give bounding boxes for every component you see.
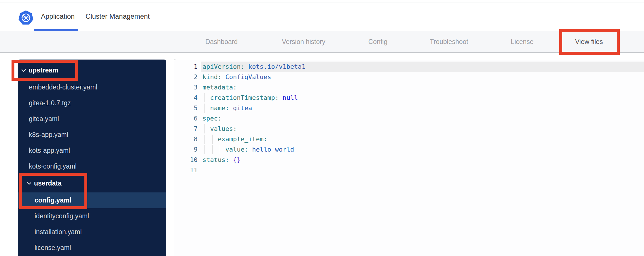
code-line-4: 4 creationTimestamp: null [174,93,644,103]
tree-file-kots-app-yaml[interactable]: kots-app.yaml [18,143,166,158]
tree-file-gitea-yaml[interactable]: gitea.yaml [18,111,166,127]
tree-file-config-yaml[interactable]: config.yaml [18,192,166,208]
line-number: 2 [174,72,198,82]
tree-folder-upstream[interactable]: upstream [18,62,166,78]
tree-item-label: config.yaml [35,196,71,204]
tree-file-k8s-app-yaml[interactable]: k8s-app.yaml [18,127,166,143]
indent-guide [204,124,205,133]
line-number: 1 [174,62,198,72]
code-line-text: values: [201,124,644,134]
chevron-down-icon [27,182,31,185]
indent-guide [204,93,205,102]
tree-item-label: installation.yaml [35,228,82,236]
line-number: 9 [174,144,198,155]
kubernetes-logo-icon [18,10,33,25]
tab-dashboard[interactable]: Dashboard [205,38,238,45]
chevron-down-icon [21,69,26,72]
code-line-text: name: gitea [201,103,644,113]
line-number: 4 [174,93,198,103]
tab-version-history[interactable]: Version history [282,38,325,45]
tree-item-label: userdata [34,179,62,187]
tab-application[interactable]: Application [41,12,75,20]
line-number: 8 [174,134,198,144]
tree-file-license-yaml[interactable]: license.yaml [18,240,166,256]
line-number: 3 [174,82,198,93]
code-line-text: creationTimestamp: null [201,93,644,103]
tab-troubleshoot[interactable]: Troubleshoot [430,38,468,45]
indent-guide [204,104,205,113]
app-header: Application Cluster Management [0,3,644,31]
tree-item-label: gitea-1.0.7.tgz [29,99,71,107]
tree-file-kots-config-yaml[interactable]: kots-config.yaml [18,158,166,174]
code-line-text: status: {} [201,155,644,165]
tree-item-label: kots-config.yaml [29,163,77,170]
code-line-1: 1apiVersion: kots.io/v1beta1 [174,62,644,72]
code-line-text: spec: [201,113,644,124]
indent-guide [220,145,220,154]
tree-item-label: kots-app.yaml [29,147,70,154]
tree-file-installation-yaml[interactable]: installation.yaml [18,224,166,240]
tree-item-label: gitea.yaml [29,115,59,123]
code-line-7: 7 values: [174,124,644,134]
line-number: 7 [174,124,198,134]
code-line-8: 8 example_item: [174,134,644,144]
tab-license[interactable]: License [511,38,533,45]
tab-view-files[interactable]: View files [575,38,603,45]
code-line-11: 11 [174,165,644,175]
indent-guide [212,135,213,144]
tree-folder-userdata[interactable]: userdata [18,175,166,191]
tree-file-embedded-cluster-yaml[interactable]: embedded-cluster.yaml [18,79,166,95]
code-line-text: example_item: [201,134,644,144]
tree-item-label: embedded-cluster.yaml [29,83,97,91]
code-line-6: 6spec: [174,113,644,124]
line-number: 5 [174,103,198,113]
tree-file-identityconfig-yaml[interactable]: identityconfig.yaml [18,208,166,224]
code-line-text [201,165,644,175]
tab-config[interactable]: Config [368,38,387,45]
code-line-text: apiVersion: kots.io/v1beta1 [201,62,644,72]
line-number: 6 [174,113,198,124]
indent-guide [204,145,205,154]
tree-item-label: k8s-app.yaml [29,131,68,139]
app-subnav: Dashboard Version history Config Trouble… [0,31,644,53]
line-number: 11 [174,165,198,175]
indent-guide [204,135,205,144]
indent-guide [212,145,213,154]
code-line-2: 2kind: ConfigValues [174,72,644,82]
code-line-text: kind: ConfigValues [201,72,644,82]
tree-item-label: identityconfig.yaml [35,212,89,220]
tab-cluster-management[interactable]: Cluster Management [86,12,150,20]
tree-file-gitea-1-0-7-tgz[interactable]: gitea-1.0.7.tgz [18,95,166,111]
file-content-editor[interactable]: 1apiVersion: kots.io/v1beta12kind: Confi… [174,59,644,256]
tree-item-label: upstream [29,66,58,74]
code-line-text: value: hello world [201,144,644,155]
tree-item-label: license.yaml [35,244,71,252]
code-line-10: 10status: {} [174,155,644,165]
code-line-3: 3metadata: [174,82,644,93]
code-line-9: 9 value: hello world [174,144,644,155]
code-line-5: 5 name: gitea [174,103,644,113]
line-number: 10 [174,155,198,165]
file-tree-sidebar: upstreamembedded-cluster.yamlgitea-1.0.7… [18,60,166,256]
code-line-text: metadata: [201,82,644,93]
